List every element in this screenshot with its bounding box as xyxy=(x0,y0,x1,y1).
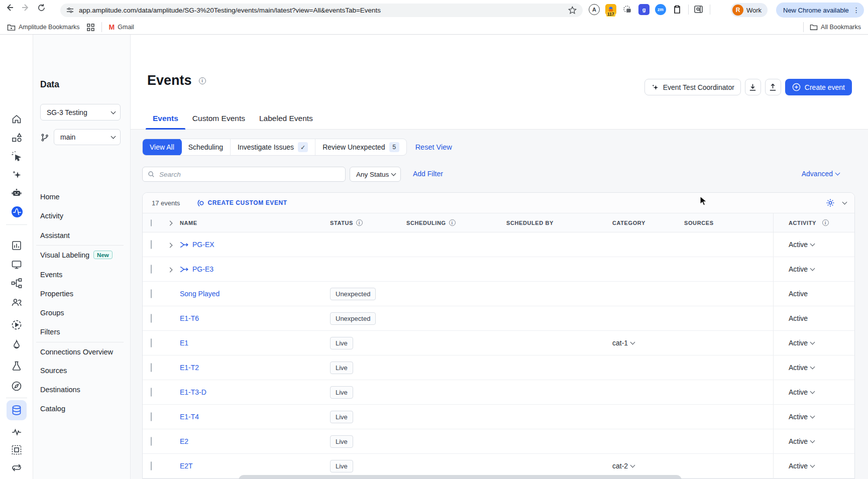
back-icon[interactable] xyxy=(5,3,14,12)
row-checkbox[interactable] xyxy=(151,461,152,470)
sidebar-item-destinations[interactable]: Destinations xyxy=(40,386,80,394)
row-checkbox[interactable] xyxy=(151,314,152,323)
tab-custom-events[interactable]: Custom Events xyxy=(185,114,252,129)
row-checkbox[interactable] xyxy=(151,240,152,249)
reset-view-link[interactable]: Reset View xyxy=(415,143,452,151)
all-bookmarks[interactable]: All Bookmarks xyxy=(810,24,861,31)
segment-view-all[interactable]: View All xyxy=(142,139,182,156)
project-select[interactable]: SG-3 Testing xyxy=(40,104,121,121)
row-checkbox[interactable] xyxy=(151,412,152,421)
category-dropdown[interactable]: cat-2 xyxy=(607,462,684,470)
row-checkbox[interactable] xyxy=(151,338,152,347)
users-icon[interactable] xyxy=(11,297,22,308)
info-icon[interactable]: i xyxy=(199,77,206,84)
branch-select[interactable]: main xyxy=(54,129,121,145)
apps-grid-icon[interactable] xyxy=(87,24,94,31)
column-name[interactable]: NAME xyxy=(180,220,330,226)
chrome-update-chip[interactable]: New Chrome available ⋮ xyxy=(776,3,864,18)
forward-icon[interactable] xyxy=(21,3,30,12)
sidebar-item-events[interactable]: Events xyxy=(40,271,62,279)
row-checkbox[interactable] xyxy=(151,388,152,397)
data-database-icon[interactable] xyxy=(11,405,22,416)
activity-dropdown[interactable]: Active xyxy=(773,405,853,429)
activity-dropdown[interactable]: Active xyxy=(773,429,853,453)
sidebar-item-activity[interactable]: Activity xyxy=(40,212,63,220)
activity-dropdown[interactable]: Active xyxy=(773,232,853,257)
activity-dropdown[interactable]: Active xyxy=(773,331,853,355)
table-row[interactable]: E1 Live cat-1 Active xyxy=(143,331,854,355)
advanced-link[interactable]: Advanced xyxy=(802,170,839,178)
monitor-icon[interactable] xyxy=(11,259,22,270)
sidebar-item-sources[interactable]: Sources xyxy=(40,367,67,375)
sidebar-item-filters[interactable]: Filters xyxy=(40,328,60,336)
browser-profile-chip[interactable]: R Work xyxy=(731,3,768,17)
shapes-icon[interactable] xyxy=(11,132,22,143)
cursor-click-icon[interactable] xyxy=(11,151,22,162)
extension-zm-icon[interactable]: zm xyxy=(655,4,666,15)
column-scheduling[interactable]: SCHEDULINGi xyxy=(406,219,506,226)
event-name-link[interactable]: PG-EX xyxy=(192,241,214,249)
table-row[interactable]: PG-EX Active xyxy=(143,232,854,257)
event-name-link[interactable]: Song Played xyxy=(180,290,220,298)
browser-menu-icon[interactable]: ⋮ xyxy=(853,6,860,14)
event-name-link[interactable]: E1-T6 xyxy=(180,314,199,322)
site-settings-icon[interactable] xyxy=(66,7,74,14)
sidebar-item-home[interactable]: Home xyxy=(40,193,60,201)
column-status[interactable]: STATUSi xyxy=(330,219,406,226)
select-all-checkbox[interactable] xyxy=(151,219,152,226)
table-row[interactable]: E2 Live Active xyxy=(143,429,854,454)
row-checkbox[interactable] xyxy=(151,437,152,446)
bookmark-gmail[interactable]: M Gmail xyxy=(109,23,134,31)
event-test-coordinator-button[interactable]: Event Test Coordinator xyxy=(644,79,741,95)
segment-investigate-issues[interactable]: Investigate Issues✓ xyxy=(231,139,315,155)
sidebar-item-assistant[interactable]: Assistant xyxy=(40,231,70,240)
home-icon[interactable] xyxy=(11,113,22,125)
extension-clipboard-icon[interactable] xyxy=(672,4,683,15)
sidebar-item-properties[interactable]: Properties xyxy=(40,290,73,298)
event-name-link[interactable]: E1-T4 xyxy=(180,413,199,421)
event-name-link[interactable]: E2 xyxy=(180,437,188,445)
extension-g-icon[interactable]: g xyxy=(638,4,649,15)
create-event-button[interactable]: Create event xyxy=(785,79,852,95)
url-bar[interactable]: app.amplitude.com/data/amplitude/SG-3%20… xyxy=(60,4,583,17)
url-text[interactable]: app.amplitude.com/data/amplitude/SG-3%20… xyxy=(79,7,568,14)
extension-lock-icon[interactable] xyxy=(622,4,633,15)
expand-chevron-icon[interactable] xyxy=(168,268,173,273)
reload-icon[interactable] xyxy=(37,4,46,12)
signal-pulse-icon[interactable] xyxy=(11,426,22,437)
activity-dropdown[interactable]: Active xyxy=(773,257,853,281)
table-row[interactable]: E1-T4 Live Active xyxy=(143,405,854,429)
sidebar-item-visual-labeling[interactable]: Visual LabelingNew xyxy=(40,251,113,259)
expand-chevron-icon[interactable] xyxy=(168,243,173,248)
table-row[interactable]: E1-T3-D Live Active xyxy=(143,380,854,405)
status-filter-dropdown[interactable]: Any Status xyxy=(350,167,401,182)
sidebar-item-connections-overview[interactable]: Connections Overview xyxy=(40,348,113,356)
amplitude-logo-icon[interactable] xyxy=(11,206,22,217)
chart-icon[interactable] xyxy=(11,240,22,251)
create-custom-event-link[interactable]: CREATE CUSTOM EVENT xyxy=(197,199,287,207)
compass-icon[interactable] xyxy=(11,381,22,392)
experiment-flask-icon[interactable] xyxy=(11,361,22,372)
download-button[interactable] xyxy=(745,79,761,95)
event-name-link[interactable]: E1-T3-D xyxy=(180,388,206,396)
assistant-robot-icon[interactable] xyxy=(11,187,22,198)
event-name-link[interactable]: E1-T2 xyxy=(180,364,199,372)
activity-dropdown[interactable]: Active xyxy=(773,454,853,478)
tab-labeled-events[interactable]: Labeled Events xyxy=(252,114,320,129)
sidebar-item-catalog[interactable]: Catalog xyxy=(40,405,65,413)
replay-icon[interactable] xyxy=(11,319,22,330)
row-checkbox[interactable] xyxy=(151,265,152,274)
table-row[interactable]: PG-E3 Active xyxy=(143,257,854,282)
activity-dropdown[interactable]: Active xyxy=(773,355,853,380)
sparkles-icon[interactable] xyxy=(11,169,22,180)
table-row[interactable]: E1-T2 Live Active xyxy=(143,355,854,380)
extension-a-icon[interactable]: A xyxy=(589,4,600,15)
event-name-link[interactable]: E2T xyxy=(180,462,193,470)
table-row[interactable]: E1-T6 Unexpected Active xyxy=(143,306,854,331)
bookmark-folder[interactable]: Amplitude Bookmarks xyxy=(7,24,80,31)
segment-review-unexpected[interactable]: Review Unexpected5 xyxy=(315,139,406,155)
add-filter-link[interactable]: Add Filter xyxy=(413,170,443,178)
bookmark-star-icon[interactable] xyxy=(568,6,577,15)
category-dropdown[interactable]: cat-1 xyxy=(607,339,684,347)
tab-events[interactable]: Events xyxy=(146,114,185,129)
